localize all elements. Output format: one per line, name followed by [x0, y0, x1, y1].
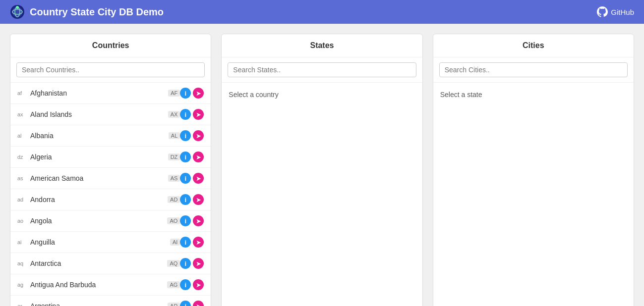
country-name: Aland Islands: [30, 110, 165, 118]
states-placeholder: Select a country: [222, 83, 422, 106]
country-info-button[interactable]: i: [180, 88, 191, 99]
country-prefix: ao: [17, 218, 28, 224]
country-prefix: as: [17, 175, 28, 181]
country-badge: AG: [167, 281, 180, 288]
country-badge: AD: [168, 196, 180, 203]
country-select-button[interactable]: ➤: [193, 152, 204, 162]
country-select-button[interactable]: ➤: [193, 279, 204, 290]
country-info-button[interactable]: i: [180, 279, 191, 290]
country-select-button[interactable]: ➤: [193, 109, 204, 120]
country-info-button[interactable]: i: [180, 173, 191, 184]
countries-search-input[interactable]: [16, 62, 205, 77]
country-item[interactable]: aq Antarctica AQ i ➤: [10, 253, 211, 274]
country-actions: i ➤: [180, 301, 204, 306]
country-actions: i ➤: [180, 279, 204, 290]
github-label: GitHub: [611, 8, 634, 16]
country-select-button[interactable]: ➤: [193, 215, 204, 226]
countries-header: Countries: [10, 34, 211, 57]
country-name: Anguilla: [30, 238, 167, 246]
country-info-button[interactable]: i: [180, 258, 191, 269]
header-left: Country State City DB Demo: [10, 4, 164, 19]
country-select-button[interactable]: ➤: [193, 194, 204, 205]
country-badge: DZ: [168, 153, 180, 160]
countries-search-container: [10, 57, 211, 83]
country-name: Antarctica: [30, 259, 164, 267]
country-select-button[interactable]: ➤: [193, 173, 204, 184]
country-item[interactable]: af Afghanistan AF i ➤: [10, 83, 211, 104]
country-info-button[interactable]: i: [180, 109, 191, 120]
country-info-button[interactable]: i: [180, 301, 191, 306]
country-item[interactable]: ax Aland Islands AX i ➤: [10, 104, 211, 125]
github-icon: [597, 6, 608, 17]
country-name: Andorra: [30, 196, 165, 204]
states-panel: States Select a country: [221, 34, 422, 306]
country-badge: AR: [168, 303, 180, 306]
country-prefix: ax: [17, 111, 28, 117]
country-actions: i ➤: [180, 109, 204, 120]
country-prefix: al: [17, 133, 28, 139]
cities-search-input[interactable]: [439, 62, 628, 77]
country-info-button[interactable]: i: [180, 237, 191, 248]
country-select-button[interactable]: ➤: [193, 258, 204, 269]
country-item[interactable]: ad Andorra AD i ➤: [10, 189, 211, 210]
country-item[interactable]: al Albania AL i ➤: [10, 125, 211, 147]
country-name: Afghanistan: [30, 89, 165, 97]
country-prefix: aq: [17, 260, 28, 266]
country-name: American Samoa: [30, 174, 165, 182]
country-info-button[interactable]: i: [180, 194, 191, 205]
country-info-button[interactable]: i: [180, 130, 191, 141]
country-name: Antigua And Barbuda: [30, 281, 164, 289]
country-badge: AS: [168, 175, 180, 182]
country-item[interactable]: as American Samoa AS i ➤: [10, 168, 211, 189]
country-name: Argentina: [30, 302, 165, 306]
country-prefix: dz: [17, 154, 28, 160]
country-info-button[interactable]: i: [180, 152, 191, 162]
country-name: Albania: [30, 132, 166, 140]
states-search-input[interactable]: [228, 62, 416, 77]
svg-point-4: [16, 6, 19, 9]
country-prefix: af: [17, 90, 28, 96]
cities-header: Cities: [433, 34, 634, 57]
country-item[interactable]: ao Angola AO i ➤: [10, 210, 211, 232]
country-prefix: ad: [17, 197, 28, 203]
countries-list: af Afghanistan AF i ➤ ax Aland Islands A…: [10, 83, 211, 306]
country-select-button[interactable]: ➤: [193, 301, 204, 306]
country-select-button[interactable]: ➤: [193, 88, 204, 99]
country-item[interactable]: ar Argentina AR i ➤: [10, 296, 211, 306]
country-badge: AO: [167, 217, 180, 224]
country-actions: i ➤: [180, 258, 204, 269]
country-prefix: ar: [17, 303, 28, 306]
country-badge: AQ: [167, 260, 180, 267]
country-prefix: ag: [17, 282, 28, 288]
country-select-button[interactable]: ➤: [193, 130, 204, 141]
cities-panel: Cities Select a state: [433, 34, 634, 306]
country-name: Angola: [30, 217, 164, 225]
country-prefix: ai: [17, 239, 28, 245]
country-actions: i ➤: [180, 215, 204, 226]
country-item[interactable]: dz Algeria DZ i ➤: [10, 147, 211, 168]
country-badge: AI: [170, 239, 180, 246]
states-search-container: [222, 57, 422, 83]
app-header: Country State City DB Demo GitHub: [0, 0, 644, 24]
states-header: States: [222, 34, 422, 57]
country-info-button[interactable]: i: [180, 215, 191, 226]
countries-panel: Countries af Afghanistan AF i ➤ ax Aland…: [10, 34, 211, 306]
country-badge: AF: [168, 90, 180, 97]
cities-placeholder: Select a state: [433, 83, 634, 106]
cities-search-container: [433, 57, 634, 83]
country-name: Algeria: [30, 153, 165, 161]
github-link[interactable]: GitHub: [597, 6, 634, 17]
country-item[interactable]: ag Antigua And Barbuda AG i ➤: [10, 274, 211, 296]
country-actions: i ➤: [180, 194, 204, 205]
country-actions: i ➤: [180, 88, 204, 99]
country-actions: i ➤: [180, 173, 204, 184]
country-badge: AL: [169, 132, 180, 139]
country-item[interactable]: ai Anguilla AI i ➤: [10, 232, 211, 253]
country-select-button[interactable]: ➤: [193, 237, 204, 248]
main-content: Countries af Afghanistan AF i ➤ ax Aland…: [0, 24, 644, 306]
app-title: Country State City DB Demo: [30, 6, 164, 18]
country-actions: i ➤: [180, 152, 204, 162]
country-actions: i ➤: [180, 237, 204, 248]
country-actions: i ➤: [180, 130, 204, 141]
app-logo: [10, 4, 25, 19]
